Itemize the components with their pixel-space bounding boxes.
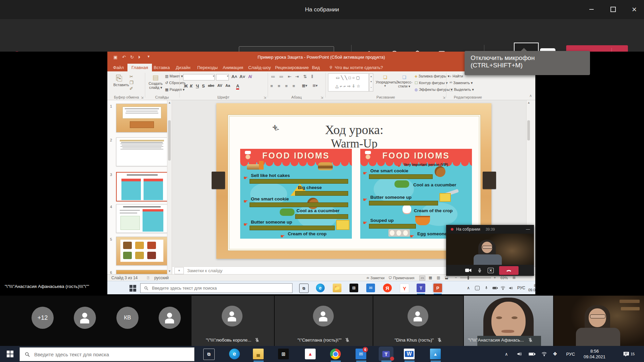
clear-format-icon[interactable]: А̸ — [248, 74, 251, 79]
shared-tray-chevron-icon[interactable]: ∧ — [467, 281, 470, 294]
quick-styles-button[interactable]: ❑ Экспресс- стили ▾ — [395, 74, 413, 88]
participant-tile[interactable]: "\"\\\"любовь короле... — [192, 296, 274, 346]
view-sorter-icon[interactable]: ▦ — [429, 276, 432, 280]
shared-task-view-icon[interactable]: ⧉ — [299, 284, 309, 293]
shape-fill-button[interactable]: ◈ Заливка фигуры ▾ — [415, 74, 449, 78]
font-color-button[interactable]: А — [236, 83, 239, 89]
comments-toggle[interactable]: 🗩 Примечания — [388, 276, 415, 280]
layout-button[interactable]: ▥ Макет ▾ — [165, 74, 183, 78]
bold-button[interactable]: Ж — [184, 83, 188, 88]
find-button[interactable]: ⌕ Найти — [449, 74, 463, 78]
new-slide-button[interactable]: ▤ Создать слайд ▾ — [148, 73, 164, 90]
word-icon[interactable]: W — [404, 349, 415, 359]
shared-volume-icon[interactable] — [508, 281, 514, 294]
acrobat-icon[interactable]: ▲ — [305, 349, 316, 359]
tray-battery-icon[interactable] — [529, 346, 535, 362]
shared-edge-icon[interactable]: e — [316, 284, 325, 292]
undo-icon[interactable]: ↶ — [122, 55, 126, 60]
arrange-button[interactable]: ❏ Упорядочить ▾ — [376, 74, 394, 87]
italic-button[interactable]: К — [190, 83, 193, 88]
font-dialog-launcher-icon[interactable]: ⇲ — [264, 96, 266, 99]
tab-slideshow[interactable]: Слайд-шоу — [248, 64, 271, 71]
clock[interactable]: 8:56 09.04.2021 — [584, 346, 605, 362]
shared-wifi-icon[interactable] — [500, 281, 505, 294]
section-button[interactable]: ▦ Раздел ▾ — [165, 87, 184, 92]
line-spacing-icon[interactable]: ⇅ — [303, 74, 307, 79]
taskbar-search-box[interactable] — [19, 347, 195, 361]
start-slideshow-icon[interactable]: ⏵ — [138, 55, 141, 60]
view-slideshow-icon[interactable]: ⬓ — [445, 276, 448, 280]
view-normal-icon[interactable]: ▭ — [419, 276, 425, 281]
font-size-box[interactable]: ▾ — [216, 74, 229, 80]
tray-volume-icon[interactable] — [517, 346, 523, 362]
replace-button[interactable]: ᵃᵇ Заменить ▾ — [449, 81, 473, 85]
pip-hangup-button[interactable] — [499, 266, 519, 275]
shared-teams-icon[interactable]: T — [417, 284, 425, 292]
close-button[interactable]: ✕ — [627, 3, 642, 16]
strikethrough-button[interactable]: abc — [208, 83, 214, 87]
paste-button[interactable]: ⎘ Вставить — [113, 73, 125, 88]
participant-tile[interactable]: "\"Светлана (гость)\"" — [275, 296, 373, 346]
change-case-button[interactable]: Aa — [225, 83, 230, 87]
justify-icon[interactable]: ≡ — [292, 83, 295, 88]
participant-tile[interactable]: "Dina Khus (гость)" — [373, 296, 463, 346]
slide-thumbnail-4[interactable] — [116, 204, 168, 233]
align-left-icon[interactable]: ≡ — [270, 83, 273, 88]
thumbnail-scrollbar[interactable]: ▲ ▼ — [167, 100, 172, 274]
align-right-icon[interactable]: ≡ — [285, 83, 288, 88]
drawing-dialog-launcher-icon[interactable]: ⇲ — [443, 96, 445, 99]
teams-icon[interactable]: T — [381, 349, 391, 359]
maximize-button[interactable] — [605, 3, 621, 16]
zoom-in-icon[interactable]: + — [494, 276, 496, 280]
shared-search-box[interactable] — [140, 283, 292, 293]
action-center-icon[interactable]: 15 — [623, 346, 635, 362]
reset-button[interactable]: ↺ Сбросить — [165, 81, 185, 85]
select-button[interactable]: ⬚ Выделить ▾ — [449, 87, 474, 92]
pip-minimize-icon[interactable]: — — [526, 227, 530, 232]
slide-subtitle[interactable]: Warm-Up — [228, 137, 480, 150]
redo-icon[interactable]: ↻ — [130, 55, 134, 60]
pip-mic-icon[interactable] — [477, 268, 482, 273]
copy-icon[interactable]: ❐ — [129, 80, 133, 85]
shrink-font-icon[interactable]: А˅ — [239, 74, 245, 79]
bullets-icon[interactable]: ≔ — [271, 74, 275, 79]
slide-thumbnail-3-selected[interactable] — [116, 172, 168, 201]
slide-title[interactable]: Ход урока: — [228, 122, 480, 137]
tab-insert[interactable]: Вставка — [154, 64, 170, 71]
underline-button[interactable]: Ч — [196, 83, 199, 88]
tray-network-icon[interactable] — [541, 346, 547, 362]
notes-collapse-icon[interactable]: ▾ — [174, 267, 184, 274]
shared-search-input[interactable] — [151, 285, 280, 291]
format-painter-icon[interactable]: ✐ — [129, 86, 133, 91]
decrease-indent-icon[interactable]: ⇤ — [288, 74, 291, 79]
numbering-icon[interactable]: ≕ — [279, 74, 283, 79]
shared-tablet-icon[interactable]: ◌ — [475, 281, 480, 294]
zoom-out-icon[interactable]: − — [455, 276, 457, 280]
store-icon[interactable]: ⊞ — [278, 349, 289, 359]
tab-view[interactable]: Вид — [312, 64, 320, 71]
participant-initials-avatar[interactable]: КВ — [116, 307, 139, 329]
chrome-icon[interactable] — [330, 349, 341, 359]
shadow-button[interactable]: S — [202, 83, 205, 88]
tab-home[interactable]: Главная — [127, 64, 152, 71]
participant-avatar[interactable] — [159, 307, 181, 329]
shapes-scroll[interactable]: ▴▾⌄ — [369, 73, 373, 92]
tab-file[interactable]: Файл — [113, 64, 124, 71]
cut-icon[interactable]: ✂ — [129, 74, 133, 79]
clipboard-dialog-launcher-icon[interactable]: ⇲ — [141, 96, 144, 99]
quick-access-customize-icon[interactable]: ▼ — [147, 55, 150, 58]
overflow-participants-avatar[interactable]: +12 — [32, 307, 54, 329]
task-view-icon[interactable]: ⧉ — [203, 349, 215, 360]
smartart-icon[interactable]: ⊞▾ — [313, 83, 318, 88]
tray-chevron-icon[interactable]: ∧ — [505, 346, 508, 362]
notes-toggle[interactable]: ≐ Заметки — [366, 276, 384, 280]
columns-icon[interactable]: ▦▾ — [302, 83, 307, 88]
language-indicator[interactable]: русский — [154, 276, 169, 280]
align-center-icon[interactable]: ≡ — [278, 83, 280, 88]
participant-video-tile[interactable]: "\"\\\"Анастасия Афанась... — [464, 296, 553, 346]
language-indicator[interactable]: РУС — [566, 346, 575, 362]
font-name-box[interactable]: ▾ — [183, 74, 215, 80]
edge-icon[interactable]: e — [229, 349, 240, 359]
char-spacing-button[interactable]: AV — [217, 83, 222, 87]
start-button[interactable] — [7, 351, 13, 357]
